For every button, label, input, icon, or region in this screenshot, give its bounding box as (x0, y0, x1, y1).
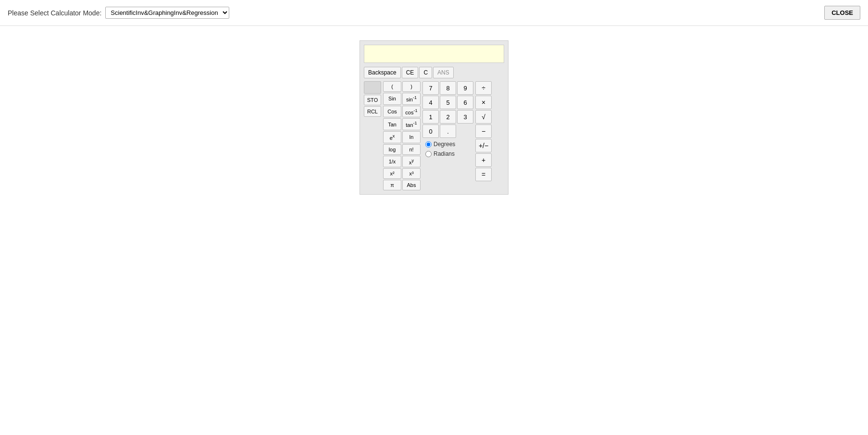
btn-1[interactable]: 1 (422, 110, 439, 124)
degrees-radio[interactable] (425, 141, 432, 148)
radians-text: Radians (434, 150, 455, 157)
num-row-789: 7 8 9 (422, 81, 473, 95)
cos-inv-button[interactable]: cos-1 (402, 106, 421, 118)
right-side: 7 8 9 4 5 6 1 2 3 0 (422, 81, 504, 190)
sin-row: Sin sin-1 (383, 93, 421, 105)
paren-row: ( ) (383, 81, 421, 92)
num-row-0dot: 0 . (422, 124, 473, 138)
add-button[interactable]: + (475, 153, 492, 167)
mem-blank (364, 81, 381, 94)
inv-row: 1/x xy (383, 156, 421, 168)
tan-inv-button[interactable]: tan-1 (402, 118, 421, 130)
num-row-456: 4 5 6 (422, 96, 473, 109)
reciprocal-button[interactable]: 1/x (383, 156, 401, 168)
btn-9[interactable]: 9 (457, 81, 473, 95)
sci-col: ( ) Sin sin-1 Cos cos-1 Tan tan-1 ex l (383, 81, 421, 190)
btn-6[interactable]: 6 (457, 96, 473, 109)
abs-button[interactable]: Abs (402, 180, 421, 190)
btn-dot[interactable]: . (440, 124, 456, 138)
ln-button[interactable]: ln (402, 131, 421, 143)
equals-button[interactable]: = (475, 168, 492, 181)
square-button[interactable]: x² (383, 168, 401, 179)
ce-button[interactable]: CE (402, 67, 419, 78)
mode-selector-area: Please Select Calculator Mode: Scientifi… (8, 7, 229, 19)
radio-area: Degrees Radians (422, 139, 473, 159)
sto-button[interactable]: STO (364, 95, 381, 105)
degrees-text: Degrees (434, 141, 455, 148)
btn-2[interactable]: 2 (440, 110, 456, 124)
ops-col: ÷ × √ − +/− + = (475, 81, 492, 190)
ans-button[interactable]: ANS (433, 67, 454, 78)
radians-radio[interactable] (425, 151, 432, 157)
cos-row: Cos cos-1 (383, 106, 421, 118)
tan-button[interactable]: Tan (383, 118, 401, 130)
rcl-button[interactable]: RCL (364, 106, 381, 117)
tan-row: Tan tan-1 (383, 118, 421, 130)
left-col: STO RCL (364, 81, 381, 190)
subtract-button[interactable]: − (475, 124, 492, 138)
cos-button[interactable]: Cos (383, 106, 401, 118)
btn-0[interactable]: 0 (422, 124, 439, 138)
top-buttons-row: Backspace CE C ANS (364, 67, 504, 78)
log-button[interactable]: log (383, 144, 401, 155)
btn-3[interactable]: 3 (457, 110, 473, 124)
paren-close-button[interactable]: ) (402, 81, 421, 92)
exp-row: ex ln (383, 131, 421, 143)
pi-row: π Abs (383, 180, 421, 190)
radians-label[interactable]: Radians (425, 150, 471, 157)
plusminus-button[interactable]: +/− (475, 139, 492, 152)
degrees-label[interactable]: Degrees (425, 141, 471, 148)
sqrt-button[interactable]: √ (475, 110, 492, 124)
exp-button[interactable]: ex (383, 131, 401, 143)
calculator: Backspace CE C ANS STO RCL ( ) Sin (360, 40, 508, 195)
calc-wrapper: Backspace CE C ANS STO RCL ( ) Sin (0, 26, 868, 209)
divide-button[interactable]: ÷ (475, 81, 492, 95)
power2-row: x² x³ (383, 168, 421, 179)
btn-7[interactable]: 7 (422, 81, 439, 95)
mode-select[interactable]: ScientificInv&GraphingInv&RegressionBasi… (105, 7, 229, 19)
power-button[interactable]: xy (402, 156, 421, 168)
num-row-123: 1 2 3 (422, 110, 473, 124)
display (364, 45, 504, 63)
paren-open-button[interactable]: ( (383, 81, 401, 92)
log-row: log n! (383, 144, 421, 155)
c-button[interactable]: C (419, 67, 432, 78)
calc-body: STO RCL ( ) Sin sin-1 Cos cos-1 (364, 81, 504, 190)
numpad-area: 7 8 9 4 5 6 1 2 3 0 (422, 81, 473, 190)
close-button[interactable]: CLOSE (824, 6, 860, 20)
top-bar: Please Select Calculator Mode: Scientifi… (0, 0, 868, 26)
cube-button[interactable]: x³ (402, 168, 421, 179)
backspace-button[interactable]: Backspace (364, 67, 401, 78)
factorial-button[interactable]: n! (402, 144, 421, 155)
btn-5[interactable]: 5 (440, 96, 456, 109)
pi-button[interactable]: π (383, 180, 401, 190)
sin-inv-button[interactable]: sin-1 (402, 93, 421, 105)
btn-8[interactable]: 8 (440, 81, 456, 95)
sin-button[interactable]: Sin (383, 93, 401, 105)
btn-4[interactable]: 4 (422, 96, 439, 109)
multiply-button[interactable]: × (475, 96, 492, 109)
mode-label: Please Select Calculator Mode: (8, 9, 101, 17)
